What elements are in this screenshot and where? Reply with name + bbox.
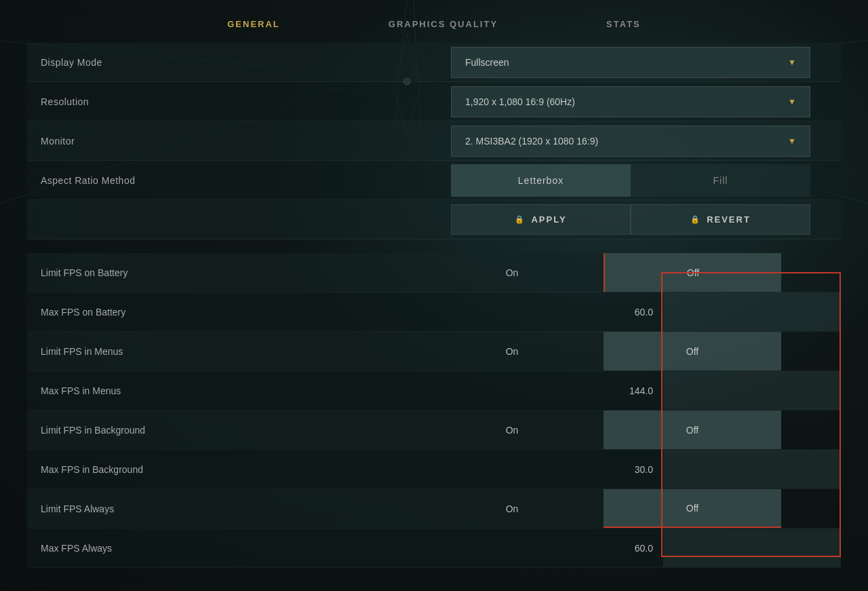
max-fps-menus-value: 144.0 <box>420 371 663 410</box>
dropdown-arrow-resolution: ▼ <box>788 97 796 107</box>
max-fps-battery-row: Max FPS on Battery 60.0 <box>27 292 841 332</box>
limit-fps-background-row: Limit FPS in Background On Off <box>27 411 841 450</box>
dropdown-arrow-monitor: ▼ <box>788 136 796 146</box>
max-fps-always-right <box>663 529 841 567</box>
limit-fps-battery-current: On <box>420 253 604 292</box>
max-fps-battery-label: Max FPS on Battery <box>27 292 420 331</box>
limit-fps-always-label: Limit FPS Always <box>27 489 420 528</box>
fill-button[interactable]: Fill <box>631 164 810 197</box>
dropdown-arrow-display: ▼ <box>788 58 796 67</box>
monitor-dropdown[interactable]: 2. MSI3BA2 (1920 x 1080 16:9) ▼ <box>451 126 810 157</box>
max-fps-background-value: 30.0 <box>420 450 663 489</box>
limit-fps-always-row: Limit FPS Always On Off <box>27 489 841 529</box>
tab-general[interactable]: GENERAL <box>173 12 334 36</box>
display-mode-label: Display Mode <box>41 57 434 68</box>
apply-button[interactable]: 🔒 APPLY <box>451 204 631 235</box>
max-fps-battery-value: 60.0 <box>420 292 663 331</box>
resolution-label: Resolution <box>41 96 434 107</box>
max-fps-background-right <box>663 450 841 489</box>
resolution-row: Resolution 1,920 x 1,080 16:9 (60Hz) ▼ <box>27 82 841 121</box>
max-fps-always-value: 60.0 <box>420 529 663 567</box>
tab-graphics[interactable]: GRAPHICS QUALITY <box>334 12 552 36</box>
monitor-value-area: 2. MSI3BA2 (1920 x 1080 16:9) ▼ <box>434 126 827 157</box>
limit-fps-battery-label: Limit FPS on Battery <box>27 253 420 292</box>
letterbox-button[interactable]: Letterbox <box>451 164 631 197</box>
limit-fps-background-off[interactable]: Off <box>604 411 781 449</box>
revert-lock-icon: 🔒 <box>690 215 701 224</box>
display-mode-dropdown[interactable]: Fullscreen ▼ <box>451 47 810 78</box>
resolution-value-area: 1,920 x 1,080 16:9 (60Hz) ▼ <box>434 86 827 117</box>
aspect-ratio-label: Aspect Ratio Method <box>41 175 434 186</box>
max-fps-battery-right <box>663 292 841 331</box>
limit-fps-background-current: On <box>420 411 604 449</box>
limit-fps-menus-current: On <box>420 332 604 370</box>
nav-tabs: GENERAL GRAPHICS QUALITY STATS <box>0 0 868 36</box>
limit-fps-background-label: Limit FPS in Background <box>27 411 420 449</box>
aspect-ratio-toggle-group: Letterbox Fill <box>451 164 810 197</box>
limit-fps-menus-row: Limit FPS in Menus On Off <box>27 332 841 371</box>
action-buttons-group: 🔒 APPLY 🔒 REVERT <box>451 204 810 235</box>
limit-fps-battery-row: Limit FPS on Battery On Off <box>27 253 841 292</box>
apply-revert-row: 🔒 APPLY 🔒 REVERT <box>27 200 841 240</box>
display-mode-row: Display Mode Fullscreen ▼ <box>27 43 841 82</box>
max-fps-always-row: Max FPS Always 60.0 <box>27 529 841 568</box>
monitor-row: Monitor 2. MSI3BA2 (1920 x 1080 16:9) ▼ <box>27 121 841 161</box>
aspect-ratio-toggle-area: Letterbox Fill <box>434 164 827 197</box>
max-fps-background-row: Max FPS in Background 30.0 <box>27 450 841 489</box>
revert-button[interactable]: 🔒 REVERT <box>631 204 810 235</box>
limit-fps-menus-label: Limit FPS in Menus <box>27 332 420 370</box>
display-mode-value: Fullscreen ▼ <box>434 47 827 78</box>
max-fps-always-label: Max FPS Always <box>27 529 420 567</box>
limit-fps-menus-off[interactable]: Off <box>604 332 781 370</box>
limit-fps-battery-off[interactable]: Off <box>604 253 781 292</box>
aspect-ratio-row: Aspect Ratio Method Letterbox Fill <box>27 161 841 200</box>
max-fps-menus-label: Max FPS in Menus <box>27 371 420 410</box>
max-fps-menus-right <box>663 371 841 410</box>
max-fps-background-label: Max FPS in Background <box>27 450 420 489</box>
limit-fps-always-current: On <box>420 489 604 528</box>
resolution-dropdown[interactable]: 1,920 x 1,080 16:9 (60Hz) ▼ <box>451 86 810 117</box>
apply-lock-icon: 🔒 <box>515 215 526 224</box>
action-buttons-area: 🔒 APPLY 🔒 REVERT <box>434 204 827 235</box>
limit-fps-always-off[interactable]: Off <box>604 489 781 528</box>
tab-stats[interactable]: STATS <box>552 12 695 36</box>
max-fps-menus-row: Max FPS in Menus 144.0 <box>27 371 841 411</box>
monitor-label: Monitor <box>41 136 434 147</box>
